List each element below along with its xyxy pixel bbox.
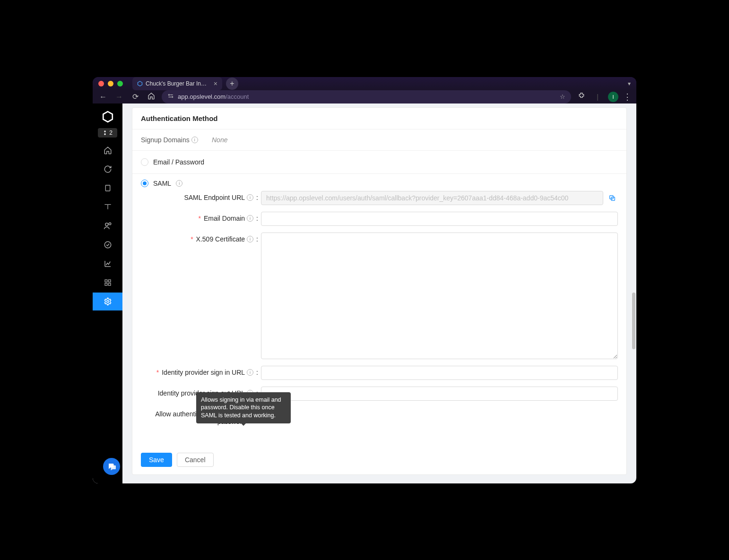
cancel-button[interactable]: Cancel — [177, 453, 214, 467]
signup-domains-row: Signup Domains i None — [132, 129, 626, 151]
x509-label: X.509 Certificate — [196, 235, 245, 243]
signout-url-input[interactable] — [261, 387, 618, 401]
back-button[interactable]: ← — [97, 93, 109, 101]
scrollbar-thumb[interactable] — [632, 293, 635, 349]
saml-endpoint-label: SAML Endpoint URL — [184, 194, 245, 201]
sidebar-grid[interactable] — [93, 274, 122, 292]
svg-point-15 — [106, 300, 109, 302]
sidebar-check[interactable] — [93, 236, 122, 254]
signin-url-row: * Identity provider sign in URL i : — [141, 366, 618, 380]
browser-tab[interactable]: Chuck's Burger Bar Inc. - Acc… × — [132, 77, 222, 90]
sidebar-home[interactable] — [93, 141, 122, 159]
copy-button[interactable] — [606, 192, 618, 204]
home-button[interactable] — [146, 92, 157, 102]
site-settings-icon[interactable] — [167, 93, 174, 101]
email-domain-input[interactable] — [261, 212, 618, 226]
profile-avatar[interactable]: I — [608, 92, 618, 102]
info-icon[interactable]: i — [247, 236, 253, 242]
sidebar-badge[interactable]: 2 — [98, 128, 117, 138]
badge-count: 2 — [109, 129, 113, 136]
browser-menu-icon[interactable]: ⋮ — [623, 92, 632, 102]
url-host: app.opslevel.com — [178, 93, 226, 100]
tab-close-icon[interactable]: × — [214, 80, 217, 87]
signin-url-input[interactable] — [261, 366, 618, 380]
svg-marker-0 — [138, 81, 142, 86]
address-bar: ← → ⟳ app.opslevel.com/account ☆ | I ⋮ — [93, 90, 636, 103]
saml-option[interactable]: SAML i — [141, 180, 618, 187]
info-icon[interactable]: i — [176, 180, 182, 187]
sidebar-book[interactable] — [93, 198, 122, 216]
url-field[interactable]: app.opslevel.com/account ☆ — [162, 90, 571, 103]
auth-method-card: Authentication Method Signup Domains i N… — [132, 107, 627, 475]
browser-window: Chuck's Burger Bar Inc. - Acc… × + ▾ ← →… — [93, 77, 636, 483]
avatar-initial: I — [612, 94, 614, 100]
svg-rect-6 — [105, 185, 110, 191]
signup-domains-label: Signup Domains — [141, 136, 190, 144]
signin-url-label: Identity provider sign in URL — [162, 369, 245, 376]
app-area: 2 — [93, 103, 636, 483]
email-password-label: Email / Password — [153, 158, 204, 166]
sidebar-settings[interactable] — [93, 293, 122, 310]
svg-point-8 — [105, 223, 108, 226]
reload-button[interactable]: ⟳ — [130, 92, 141, 101]
x509-row: * X.509 Certificate i : — [141, 233, 618, 359]
profile-separator: | — [592, 93, 603, 101]
card-title: Authentication Method — [132, 108, 626, 129]
svg-point-10 — [104, 241, 111, 248]
url-path: /account — [226, 93, 249, 100]
app-logo-icon[interactable] — [98, 107, 117, 126]
info-icon[interactable]: i — [247, 369, 253, 376]
svg-point-3 — [172, 96, 173, 97]
footer-actions: Save Cancel — [132, 445, 626, 474]
info-icon[interactable]: i — [191, 137, 198, 143]
saml-endpoint-input[interactable] — [261, 191, 603, 205]
info-icon[interactable]: i — [247, 194, 253, 201]
x509-textarea[interactable] — [261, 233, 618, 359]
svg-point-9 — [109, 223, 111, 225]
saml-option-block: SAML i SAML Endpoint URL i : — [132, 174, 626, 445]
email-domain-label: Email Domain — [204, 215, 245, 222]
email-domain-row: * Email Domain i : — [141, 212, 618, 226]
tooltip-text: Allows signing in via email and password… — [201, 396, 281, 419]
new-tab-button[interactable]: + — [226, 78, 238, 90]
saml-label: SAML — [153, 180, 171, 187]
info-icon[interactable]: i — [247, 215, 253, 222]
svg-rect-14 — [108, 283, 111, 285]
chat-widget-button[interactable] — [103, 458, 120, 475]
url-text: app.opslevel.com/account — [178, 93, 556, 100]
maximize-window-button[interactable] — [117, 81, 123, 86]
radio-checked-icon[interactable] — [141, 180, 148, 187]
sidebar: 2 — [93, 103, 122, 483]
sidebar-chart[interactable] — [93, 255, 122, 273]
favicon-icon — [137, 80, 143, 87]
tabs-menu-chevron-icon[interactable]: ▾ — [628, 80, 631, 87]
minimize-window-button[interactable] — [108, 81, 113, 86]
sidebar-page[interactable] — [93, 179, 122, 197]
main-content: Authentication Method Signup Domains i N… — [122, 103, 636, 483]
sidebar-people[interactable] — [93, 217, 122, 235]
svg-rect-12 — [108, 280, 111, 282]
tooltip: Allows signing in via email and password… — [196, 392, 291, 424]
radio-unchecked-icon[interactable] — [141, 158, 148, 166]
signup-domains-value: None — [212, 136, 227, 144]
close-window-button[interactable] — [98, 81, 104, 86]
tab-bar: Chuck's Burger Bar Inc. - Acc… × + ▾ — [93, 77, 636, 90]
save-button[interactable]: Save — [141, 453, 172, 467]
email-password-option[interactable]: Email / Password — [132, 151, 626, 174]
extensions-icon[interactable] — [576, 92, 587, 101]
svg-rect-13 — [105, 283, 107, 285]
saml-endpoint-row: SAML Endpoint URL i : — [141, 191, 618, 205]
forward-button[interactable]: → — [113, 93, 125, 101]
svg-marker-5 — [103, 112, 113, 122]
tab-title: Chuck's Burger Bar Inc. - Acc… — [146, 80, 209, 87]
traffic-lights — [98, 81, 123, 86]
sidebar-sync[interactable] — [93, 160, 122, 178]
svg-rect-11 — [105, 280, 107, 282]
svg-point-1 — [168, 95, 169, 95]
bookmark-star-icon[interactable]: ☆ — [560, 93, 565, 100]
